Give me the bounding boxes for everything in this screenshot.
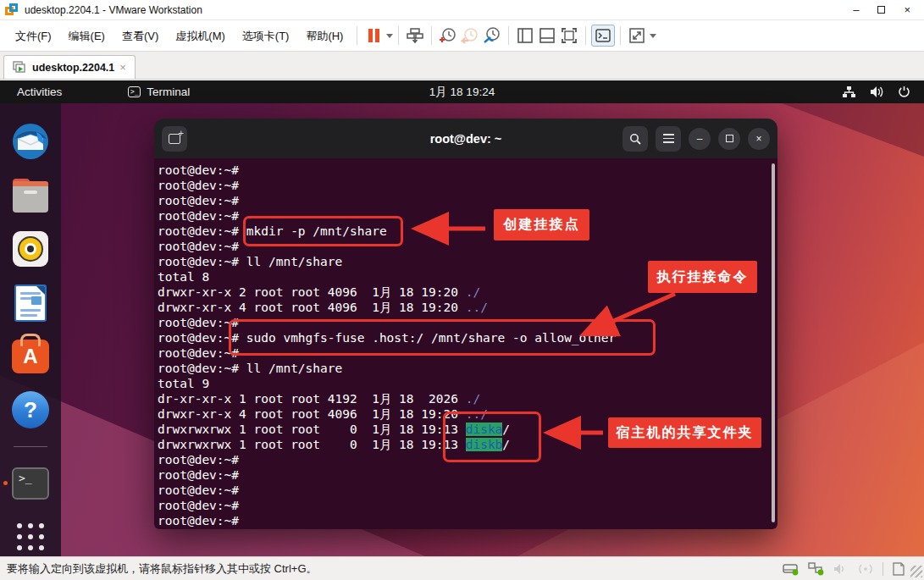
search-icon xyxy=(629,133,641,145)
menu-item-0[interactable]: 文件(F) xyxy=(7,25,60,47)
terminal-line: root@dev:~# xyxy=(158,163,769,178)
vmware-tabbar: udesktop.2204.1 × xyxy=(0,52,924,80)
pause-dropdown-icon[interactable] xyxy=(386,34,393,38)
terminal-line: root@dev:~# xyxy=(158,467,769,483)
files-icon xyxy=(13,184,48,213)
terminal-line: drwxr-xr-x 4 root root 4096 1月 18 19:20 … xyxy=(158,300,769,315)
window-minimize-button[interactable]: – xyxy=(853,2,859,19)
dock-item-thunderbird[interactable] xyxy=(11,122,51,161)
running-indicator xyxy=(3,481,8,485)
terminal-line: root@dev:~# xyxy=(158,513,769,528)
show-library-button[interactable] xyxy=(514,25,536,47)
vm-display: Activities >_ Terminal 1月 18 19:24 A ? xyxy=(0,80,924,556)
vm-tab-icon xyxy=(13,61,27,74)
vm-tab[interactable]: udesktop.2204.1 × xyxy=(3,55,136,79)
console-view-button[interactable] xyxy=(591,25,615,47)
menu-item-1[interactable]: 编辑(E) xyxy=(60,25,113,47)
fit-guest-button[interactable] xyxy=(626,25,648,47)
dock-item-help[interactable]: ? xyxy=(11,391,51,429)
menu-item-5[interactable]: 帮助(H) xyxy=(297,25,351,47)
dock-item-app-grid[interactable] xyxy=(11,518,51,556)
resize-grip[interactable] xyxy=(910,566,922,577)
terminal-search-button[interactable] xyxy=(622,126,648,152)
snapshot-manager-button[interactable] xyxy=(481,25,503,47)
app-grid-icon xyxy=(17,523,44,550)
power-icon[interactable] xyxy=(898,86,910,98)
terminal-app-icon: >_ xyxy=(128,86,141,97)
terminal-line: total 9 xyxy=(158,376,769,391)
help-icon: ? xyxy=(12,391,49,428)
terminal-minimize-button[interactable]: – xyxy=(689,128,711,150)
terminal-line: root@dev:~# ll /mnt/share xyxy=(158,361,769,376)
volume-icon[interactable] xyxy=(870,86,884,98)
dock-item-rhythmbox[interactable] xyxy=(11,229,51,268)
terminal-line: root@dev:~# xyxy=(158,483,769,498)
terminal-scrollbar[interactable] xyxy=(772,163,775,522)
annotation-label-exec: 执行挂接命令 xyxy=(648,261,757,293)
hard-disk-status-icon[interactable] xyxy=(783,562,800,576)
terminal-header[interactable]: root@dev: ~ – × xyxy=(154,119,777,158)
send-ctrl-alt-del-button[interactable] xyxy=(404,25,426,47)
vm-tab-label: udesktop.2204.1 xyxy=(32,62,114,74)
activities-button[interactable]: Activities xyxy=(17,86,62,98)
annotation-label-share: 宿主机的共享文件夹 xyxy=(608,417,761,448)
status-message: 要将输入定向到该虚拟机，请将鼠标指针移入其中或按 Ctrl+G。 xyxy=(7,561,318,577)
ubuntu-software-icon: A xyxy=(12,340,49,373)
sound-status-icon[interactable] xyxy=(833,562,849,576)
terminal-icon: >_ xyxy=(12,467,49,500)
focused-app-indicator[interactable]: >_ Terminal xyxy=(128,86,190,98)
new-tab-button[interactable] xyxy=(162,126,187,152)
revert-snapshot-button[interactable] xyxy=(459,25,481,47)
hamburger-icon xyxy=(663,134,674,143)
vmware-menubar: 文件(F)编辑(E)查看(V)虚拟机(M)选项卡(T)帮助(H) xyxy=(0,20,924,52)
dock-item-ubuntu-software[interactable]: A xyxy=(11,337,51,375)
maximize-icon xyxy=(726,135,733,142)
annotation-box-shared-folders xyxy=(443,412,541,462)
window-title: udesktop.2204.1 - VMware Workstation xyxy=(25,4,202,16)
usb-status-icon[interactable] xyxy=(857,562,874,576)
pause-vm-button[interactable] xyxy=(362,25,385,47)
window-close-button[interactable]: × xyxy=(904,2,910,19)
ubuntu-topbar: Activities >_ Terminal 1月 18 19:24 xyxy=(0,80,924,103)
network-icon[interactable] xyxy=(842,86,856,98)
fit-dropdown-icon[interactable] xyxy=(650,34,656,38)
show-thumbnail-bar-button[interactable] xyxy=(536,25,558,47)
annotation-label-create: 创建挂接点 xyxy=(494,209,589,240)
take-snapshot-button[interactable] xyxy=(437,25,459,47)
vmware-titlebar: udesktop.2204.1 - VMware Workstation – × xyxy=(0,0,924,20)
terminal-maximize-button[interactable] xyxy=(718,128,740,150)
terminal-line: root@dev:~# xyxy=(158,178,769,193)
dock-item-libreoffice-writer[interactable] xyxy=(11,284,51,322)
vm-tab-close-icon[interactable]: × xyxy=(119,61,126,74)
network-status-icon[interactable] xyxy=(808,562,825,576)
dock-item-files[interactable] xyxy=(11,176,51,214)
annotation-box-mount-command xyxy=(229,319,656,356)
message-log-icon[interactable] xyxy=(892,562,905,576)
clock[interactable]: 1月 18 19:24 xyxy=(429,85,495,100)
rhythmbox-icon xyxy=(13,231,48,267)
dock-item-terminal[interactable]: >_ xyxy=(11,464,51,502)
menu-item-4[interactable]: 选项卡(T) xyxy=(234,25,298,47)
menu-item-2[interactable]: 查看(V) xyxy=(113,25,167,47)
terminal-close-button[interactable]: × xyxy=(748,128,770,150)
terminal-line: dr-xr-xr-x 1 root root 4192 1月 18 2026 .… xyxy=(158,391,769,406)
terminal-line: root@dev:~# xyxy=(158,498,769,513)
window-maximize-button[interactable] xyxy=(877,6,885,14)
libreoffice-writer-icon xyxy=(14,284,47,322)
terminal-line: root@dev:~# xyxy=(158,193,769,208)
vmware-logo-icon xyxy=(5,3,18,16)
thunderbird-icon xyxy=(11,122,50,161)
terminal-menu-button[interactable] xyxy=(656,126,681,152)
annotation-box-mkdir xyxy=(243,216,403,246)
vmware-statusbar: 要将输入定向到该虚拟机，请将鼠标指针移入其中或按 Ctrl+G。 xyxy=(0,556,924,580)
fullscreen-button[interactable] xyxy=(558,25,580,47)
dock-separator xyxy=(14,446,47,447)
dock: A ? >_ xyxy=(0,103,61,556)
menu-item-3[interactable]: 虚拟机(M) xyxy=(167,25,234,47)
